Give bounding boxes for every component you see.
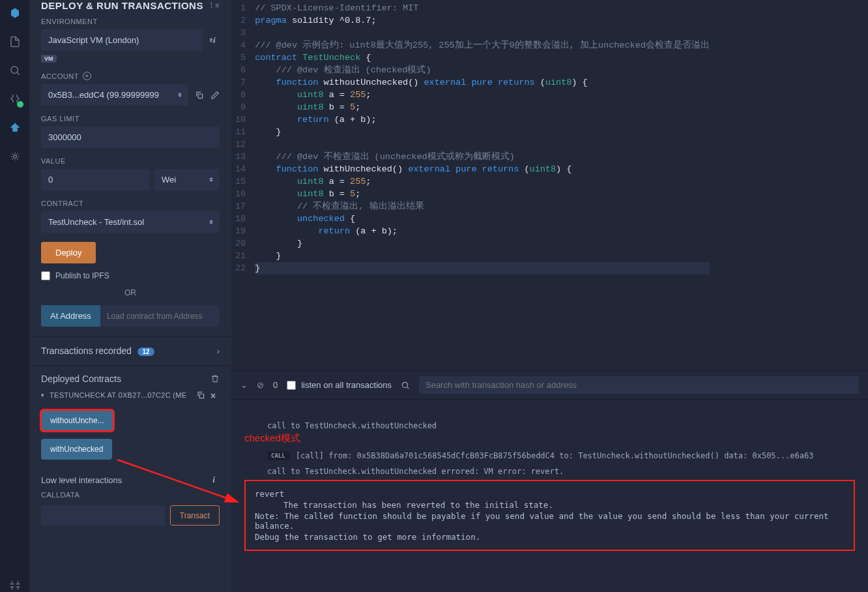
tx-count-badge: 12	[137, 348, 154, 356]
transactions-recorded-toggle[interactable]: Transactions recorded 12 ›	[29, 336, 231, 365]
plugin-icon[interactable]	[8, 579, 22, 592]
function-withunchecked-button[interactable]: withUnchecked	[41, 439, 112, 460]
files-icon[interactable]	[8, 35, 22, 48]
terminal-line: call to TestUncheck.withoutUnchecked	[244, 421, 855, 430]
publish-ipfs-label: Publish to IPFS	[55, 271, 109, 280]
deployed-contract-item[interactable]: ▾ TESTUNCHECK AT 0XB27...07C2C (ME ×	[41, 391, 220, 400]
svg-rect-3	[199, 394, 203, 398]
copy-address-icon[interactable]	[196, 391, 205, 400]
contract-label: CONTRACT	[41, 200, 220, 207]
clear-deployed-icon[interactable]	[210, 374, 220, 383]
deploy-button[interactable]: Deploy	[41, 242, 96, 263]
gas-limit-label: GAS LIMIT	[41, 115, 220, 123]
panel-title: DEPLOY & RUN TRANSACTIONS	[41, 0, 203, 11]
account-select[interactable]: 0x5B3...eddC4 (99.99999999	[41, 84, 188, 106]
deploy-panel: DEPLOY & RUN TRANSACTIONS ⋮≡ ENVIRONMENT…	[29, 0, 231, 592]
listen-all-checkbox[interactable]	[287, 381, 296, 390]
terminal-collapse-icon[interactable]: ⌄	[240, 380, 248, 390]
or-divider: OR	[41, 288, 220, 297]
icon-sidebar	[0, 0, 29, 592]
listen-all-label: listen on all transactions	[301, 380, 392, 390]
terminal-search-icon[interactable]	[401, 381, 410, 390]
deploy-icon[interactable]	[8, 121, 22, 134]
svg-point-4	[402, 382, 407, 387]
publish-ipfs-checkbox[interactable]	[41, 271, 50, 280]
terminal-panel: ⌄ ⊘ 0 listen on all transactions call to…	[231, 370, 868, 592]
code-editor[interactable]: 12345678910111213141516171819202122 // S…	[231, 0, 868, 370]
value-amount-input[interactable]	[41, 169, 149, 190]
main-area: 12345678910111213141516171819202122 // S…	[231, 0, 868, 592]
gas-limit-input[interactable]	[41, 126, 220, 148]
vm-badge: VM	[41, 55, 57, 63]
terminal-clear-icon[interactable]: ⊘	[257, 380, 264, 390]
account-label: ACCOUNT	[41, 72, 79, 80]
at-address-input[interactable]	[100, 305, 220, 327]
calldata-input[interactable]	[41, 505, 165, 525]
low-level-info-icon[interactable]: i	[208, 474, 220, 486]
search-icon[interactable]	[8, 64, 22, 77]
revert-box: revert The transaction has been reverted…	[244, 480, 855, 551]
edit-account-icon[interactable]	[210, 91, 220, 100]
low-level-label: Low level interactions	[41, 475, 122, 485]
add-account-icon[interactable]: +	[83, 72, 91, 80]
transact-button[interactable]: Transact	[170, 505, 220, 525]
call-tag-badge: CALL	[267, 451, 289, 460]
panel-settings-icon[interactable]: ⋮≡	[208, 1, 220, 10]
compile-icon[interactable]	[8, 93, 22, 106]
svg-point-0	[11, 67, 18, 74]
calldata-label: CALLDATA	[41, 491, 220, 499]
copy-account-icon[interactable]	[195, 91, 204, 100]
close-contract-icon[interactable]: ×	[210, 391, 220, 400]
value-unit-select[interactable]: Wei	[154, 169, 220, 190]
terminal-call-detail: [call] from: 0x5B38Da6a701c568545dCfcB03…	[296, 451, 814, 460]
environment-select[interactable]: JavaScript VM (London)	[41, 29, 203, 51]
value-label: VALUE	[41, 157, 220, 165]
svg-point-1	[13, 155, 16, 158]
function-withoutunchecked-button[interactable]: withoutUnche...	[41, 410, 113, 431]
terminal-error-line: call to TestUncheck.withoutUnchecked err…	[244, 467, 855, 476]
svg-rect-2	[198, 94, 202, 98]
deployed-contracts-title: Deployed Contracts	[41, 374, 121, 384]
chevron-right-icon: ›	[217, 346, 220, 356]
terminal-search-input[interactable]	[426, 380, 852, 390]
pending-tx-count: 0	[273, 380, 278, 390]
at-address-button[interactable]: At Address	[41, 305, 100, 327]
contract-select[interactable]: TestUncheck - Test/int.sol	[41, 211, 220, 233]
environment-info-icon[interactable]: i	[209, 35, 220, 46]
environment-label: ENVIRONMENT	[41, 18, 220, 25]
chevron-down-icon: ▾	[41, 392, 44, 398]
debug-icon[interactable]	[8, 150, 22, 163]
annotation-checked-mode: checked模式	[244, 432, 855, 445]
remix-logo-icon[interactable]	[8, 7, 22, 20]
